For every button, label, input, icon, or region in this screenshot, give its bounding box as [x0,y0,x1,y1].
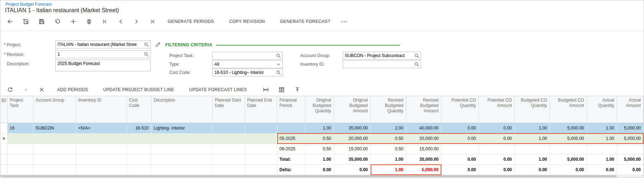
chevron-down-icon[interactable] [276,62,281,67]
row-selector-cell[interactable] [0,165,8,175]
grid-column-config-button[interactable] [0,96,8,123]
save-button[interactable] [37,17,46,26]
column-header-actual-amount[interactable]: Actual Amount [617,96,644,123]
search-icon[interactable] [414,53,419,58]
update-project-budget-line-button[interactable]: UPDATE PROJECT BUDGET LINE [103,87,174,92]
grid-cell[interactable]: 16 [8,123,33,133]
grid-cell[interactable]: Lighting- Interior [152,123,213,133]
table-row[interactable]: Total:1.0035,000.001.0035,000.000.000.00… [0,154,644,165]
grid-cell[interactable]: 0.50 [371,134,406,144]
column-header-original-budgeted-amount[interactable]: Original Budgeted Amount [334,96,371,123]
project-task-field[interactable] [212,52,283,60]
row-selector-cell[interactable] [0,144,8,154]
table-row[interactable]: 16SUBCON<N/A>16-510Lighting- Interior1.0… [0,123,644,134]
row-selector-cell[interactable] [0,123,8,133]
grid-cell[interactable] [245,134,277,144]
grid-cell[interactable]: 20,000.00 [334,134,371,144]
delete-record-button[interactable] [84,17,94,26]
back-button[interactable] [5,17,15,26]
inventory-id-field[interactable] [343,60,421,68]
grid-cell[interactable] [152,144,213,154]
grid-cell[interactable]: <N/A> [76,123,127,133]
grid-cell[interactable]: SUBCON [33,123,76,133]
add-periods-button[interactable]: ADD PERIODS [57,87,88,92]
type-dropdown[interactable]: All [212,60,283,68]
grid-cell[interactable] [245,144,277,154]
grid-cell[interactable]: 40,000.00 [406,123,441,133]
grid-cell[interactable]: 35,000.00 [334,123,371,133]
search-icon[interactable] [276,70,281,75]
grid-cell[interactable] [479,144,515,154]
export-to-excel-button[interactable] [277,85,286,94]
update-forecast-lines-button[interactable]: UPDATE FORECAST LINES [189,87,247,92]
project-field[interactable]: ITALIAN - Italian restaurant (Market Str… [55,41,150,48]
grid-cell[interactable] [213,134,245,144]
column-header-account-group[interactable]: Account Group [33,96,76,123]
column-header-cost-code[interactable]: Cost Code [127,96,152,123]
save-and-close-button[interactable] [21,17,31,26]
generate-periods-button[interactable]: GENERATE PERIODS [168,19,214,24]
search-icon[interactable] [144,52,149,57]
grid-cell[interactable]: 0.00 [479,123,515,133]
grid-cell[interactable] [441,144,479,154]
edit-project-button[interactable] [155,41,161,48]
grid-cell[interactable] [617,144,644,154]
column-header-revised-budgeted-quantity[interactable]: Revised Budgeted Quantity [371,96,406,123]
next-record-button[interactable] [132,17,141,26]
cancel-button[interactable] [37,85,46,94]
previous-record-button[interactable] [116,17,125,26]
grid-cell[interactable]: 2.00 [371,123,406,133]
column-header-project-task[interactable]: Project Task [8,96,33,123]
cost-code-field[interactable]: 16-510 - Lighting– Interior [212,69,283,76]
grid-cell[interactable]: 0.00 [441,134,479,144]
grid-cell[interactable] [277,123,305,133]
active-row-pointer[interactable]: > [0,134,8,144]
table-row[interactable]: Delta:0.000.001.005,000.000.000.000.000.… [0,165,644,175]
grid-cell[interactable] [587,144,617,154]
more-actions-button[interactable]: ··· [341,19,348,25]
column-header-inventory-id[interactable]: Inventory ID [76,96,127,123]
column-header-potential-co-amount[interactable]: Potential CO Amount [479,96,515,123]
grid-cell[interactable] [8,134,33,144]
grid-cell[interactable]: 16-510 [127,123,152,133]
grid-cell[interactable]: 1.00 [587,134,617,144]
grid-cell[interactable] [213,144,245,154]
column-header-description[interactable]: Description [152,96,213,123]
grid-cell[interactable]: 0.00 [479,134,515,144]
last-record-button[interactable] [148,17,157,26]
account-group-field[interactable]: SUBCON - Project Subcontract [343,52,421,60]
search-icon[interactable] [414,62,419,67]
grid-cell[interactable]: 1.00 [515,134,550,144]
grid-cell[interactable]: 5,000.00 [550,123,587,133]
grid-cell[interactable] [76,144,127,154]
grid-cell[interactable]: 0.50 [305,134,334,144]
scrollbar-thumb[interactable] [1,175,617,177]
grid-cell[interactable]: 15,000.00 [406,144,441,154]
grid-cell[interactable] [8,144,33,154]
grid-cell[interactable] [152,134,213,144]
refresh-button[interactable] [5,85,15,94]
column-header-budgeted-co-quantity[interactable]: Budgeted CO Quantity [515,96,550,123]
column-header-original-budgeted-quantity[interactable]: Original Budgeted Quantity [305,96,334,123]
column-header-financial-period[interactable]: Financial Period [277,96,305,123]
revision-field[interactable]: 1 [55,50,150,58]
column-header-actual-quantity[interactable]: Actual Quantity [587,96,617,123]
grid-cell[interactable]: 5,000.00 [617,123,644,133]
grid-cell[interactable]: 5,000.00 [617,134,644,144]
grid-cell[interactable]: 15,000.00 [334,144,371,154]
add-record-button[interactable] [69,17,78,26]
column-header-planned-end-date[interactable]: Planned End Date [245,96,277,123]
grid-cell[interactable] [76,134,127,144]
grid-cell[interactable]: 1.00 [587,123,617,133]
grid-cell[interactable] [515,144,550,154]
column-header-planned-start-date[interactable]: Planned Start Date [213,96,245,123]
grid-cell[interactable]: 1.00 [515,123,550,133]
row-selector-cell[interactable] [0,154,8,164]
grid-cell[interactable]: 5,000.00 [550,134,587,144]
grid-cell[interactable] [127,144,152,154]
column-header-budgeted-co-amount[interactable]: Budgeted CO Amount [550,96,587,123]
grid-cell[interactable] [33,134,76,144]
add-row-button[interactable] [21,85,31,94]
grid-cell[interactable]: 0.50 [305,144,334,154]
undo-button[interactable] [53,17,62,26]
